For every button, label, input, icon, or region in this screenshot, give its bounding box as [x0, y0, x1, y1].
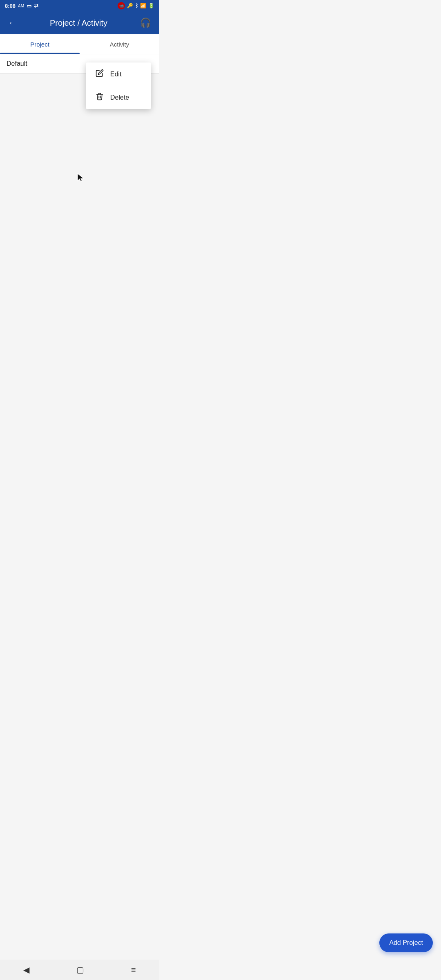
context-menu-edit-label: Edit: [110, 71, 122, 78]
context-menu: Edit Delete: [86, 62, 151, 109]
status-bar: 8:08 AM ▭ ⇄ 📹 🔑 ᛒ 📶 🔋: [0, 0, 159, 11]
wifi-icon: 📶: [140, 3, 146, 9]
tab-bar: Project Activity: [0, 34, 159, 54]
content-area: Default Edit: [0, 54, 159, 325]
mouse-cursor: [77, 173, 86, 186]
list-item-label: Default: [7, 60, 27, 67]
status-time: 8:08: [5, 3, 16, 9]
tab-project[interactable]: Project: [0, 34, 80, 54]
context-menu-edit[interactable]: Edit: [86, 62, 151, 86]
edit-icon: [96, 69, 104, 79]
camera-indicator-icon: 📹: [118, 2, 125, 9]
headset-button[interactable]: 🎧: [138, 16, 153, 30]
headset-icon: 🎧: [140, 18, 151, 28]
tab-activity[interactable]: Activity: [80, 34, 159, 54]
tab-activity-label: Activity: [110, 41, 129, 48]
back-button[interactable]: ←: [7, 16, 19, 30]
bluetooth-icon: ᛒ: [135, 3, 138, 9]
key-icon: 🔑: [127, 3, 133, 9]
delete-icon: [96, 92, 104, 102]
status-bar-left: 8:08 AM ▭ ⇄: [5, 3, 38, 9]
screen-icon: ▭: [27, 3, 31, 9]
page-title: Project / Activity: [19, 18, 138, 28]
back-arrow-icon: ←: [8, 18, 17, 28]
battery-icon: 🔋: [148, 3, 154, 9]
status-bar-right: 📹 🔑 ᛒ 📶 🔋: [118, 2, 154, 9]
context-menu-delete[interactable]: Delete: [86, 86, 151, 109]
status-ampm: AM: [18, 4, 24, 8]
context-menu-delete-label: Delete: [110, 94, 129, 101]
app-bar: ← Project / Activity 🎧: [0, 11, 159, 34]
signal-icon: ⇄: [34, 3, 38, 9]
tab-project-label: Project: [30, 41, 49, 48]
